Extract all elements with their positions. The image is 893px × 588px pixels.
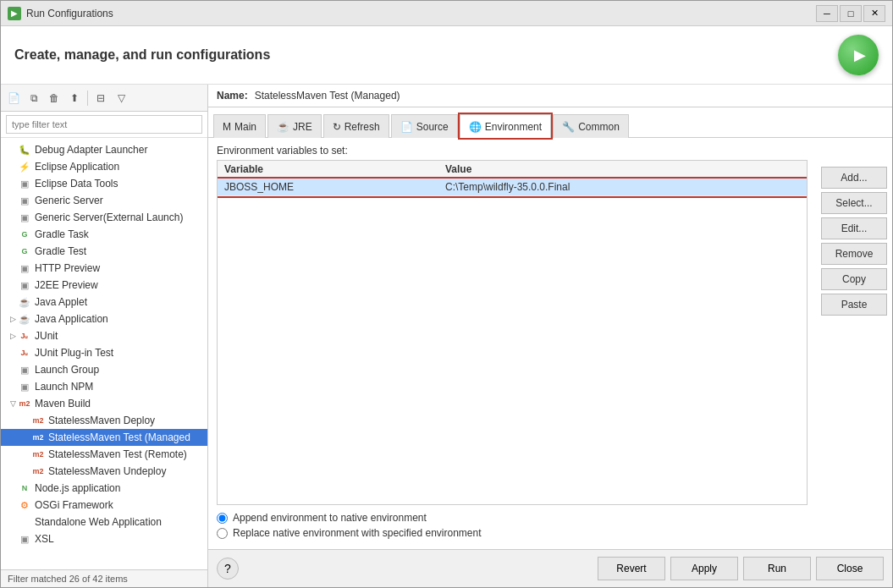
tree-label: Eclipse Application	[35, 161, 119, 173]
close-window-button[interactable]: ✕	[863, 5, 885, 22]
revert-button[interactable]: Revert	[598, 557, 665, 580]
tree-item-java-app[interactable]: ▷ ☕ Java Application	[1, 310, 207, 327]
tree-item-osgi[interactable]: ⚙ OSGi Framework	[1, 497, 207, 514]
tree-item-eclipse-data[interactable]: ▣ Eclipse Data Tools	[1, 175, 207, 192]
tree-item-eclipse-app[interactable]: ⚡ Eclipse Application	[1, 158, 207, 175]
gradle-icon: G	[18, 228, 31, 241]
close-button[interactable]: Close	[816, 557, 884, 580]
tab-source-label: Source	[416, 121, 449, 133]
run-button[interactable]	[838, 35, 879, 75]
tab-main[interactable]: M Main	[213, 114, 266, 138]
duplicate-button[interactable]: ⧉	[25, 89, 43, 107]
tab-refresh-label: Refresh	[345, 121, 380, 133]
tree-label: Eclipse Data Tools	[35, 178, 119, 190]
tree-item-stateless-deploy[interactable]: m2 StatelessMaven Deploy	[1, 412, 207, 429]
tree-item-junit[interactable]: ▷ Jᵤ JUnit	[1, 327, 207, 344]
filter-input-wrap	[1, 112, 207, 138]
name-label: Name:	[217, 90, 248, 102]
remove-button[interactable]: Remove	[821, 243, 887, 265]
tree-item-stateless-undeploy[interactable]: m2 StatelessMaven Undeploy	[1, 463, 207, 480]
launch-npm-icon: ▣	[18, 380, 31, 393]
tree-item-gradle-task[interactable]: G Gradle Task	[1, 226, 207, 243]
tree-item-java-applet[interactable]: ☕ Java Applet	[1, 294, 207, 310]
filter-button[interactable]: ▽	[112, 89, 130, 107]
tree-item-nodejs[interactable]: N Node.js application	[1, 480, 207, 497]
tree-item-stateless-test-remote[interactable]: m2 StatelessMaven Test (Remote)	[1, 446, 207, 463]
tree-item-launch-group[interactable]: ▣ Launch Group	[1, 361, 207, 378]
paste-button[interactable]: Paste	[821, 294, 887, 316]
jre-tab-icon: ☕	[277, 121, 289, 133]
env-header: Environment variables to set:	[208, 138, 892, 160]
tree-item-xsl[interactable]: ▣ XSL	[1, 530, 207, 547]
run-action-button[interactable]: Run	[743, 557, 811, 580]
tab-environment-label: Environment	[485, 121, 542, 133]
radio-append[interactable]: Append environment to native environment	[217, 512, 808, 524]
osgi-icon: ⚙	[18, 498, 31, 512]
tree-label: Generic Server	[35, 195, 103, 206]
env-row[interactable]: JBOSS_HOME C:\Temp\wildfly-35.0.0.Final	[218, 179, 807, 196]
xsl-icon: ▣	[18, 532, 31, 546]
tree-item-stateless-test-managed[interactable]: m2 StatelessMaven Test (Managed	[1, 429, 207, 446]
apply-button[interactable]: Apply	[670, 557, 738, 580]
source-tab-icon: 📄	[400, 121, 413, 133]
tree-label: Launch NPM	[35, 381, 93, 393]
tree-item-junit-plugin[interactable]: Jᵤ JUnit Plug-in Test	[1, 344, 207, 361]
tree-label: JUnit Plug-in Test	[35, 347, 113, 359]
tree-item-gradle-test[interactable]: G Gradle Test	[1, 243, 207, 260]
tree-item-debug-adapter[interactable]: 🐛 Debug Adapter Launcher	[1, 141, 207, 158]
expander	[8, 534, 18, 544]
expander	[8, 246, 18, 256]
expander: ▷	[8, 314, 18, 324]
tree-item-j2ee[interactable]: ▣ J2EE Preview	[1, 277, 207, 294]
expander	[21, 449, 31, 459]
delete-button[interactable]: 🗑	[45, 89, 63, 107]
tree-label: StatelessMaven Test (Managed	[48, 431, 190, 443]
tree-label: StatelessMaven Deploy	[48, 415, 155, 426]
tree-item-maven-build[interactable]: ▽ m2 Maven Build	[1, 395, 207, 412]
add-button[interactable]: Add...	[821, 167, 887, 189]
help-button[interactable]: ?	[217, 558, 239, 580]
tree-item-generic-server[interactable]: ▣ Generic Server	[1, 192, 207, 209]
tab-refresh[interactable]: ↻ Refresh	[323, 114, 389, 138]
tab-jre[interactable]: ☕ JRE	[267, 114, 322, 138]
edit-button[interactable]: Edit...	[821, 217, 887, 239]
copy-button[interactable]: Copy	[821, 268, 887, 290]
tree-item-http-preview[interactable]: ▣ HTTP Preview	[1, 260, 207, 277]
radio-replace[interactable]: Replace native environment with specifie…	[217, 527, 808, 539]
header-title: Create, manage, and run configurations	[14, 47, 270, 63]
filter-input[interactable]	[6, 115, 202, 134]
main-content: 📄 ⧉ 🗑 ⬆ ⊟ ▽ 🐛 Debug Adapter Launcher	[1, 85, 892, 587]
collapse-button[interactable]: ⊟	[91, 89, 110, 107]
tree-item-launch-npm[interactable]: ▣ Launch NPM	[1, 378, 207, 395]
minimize-button[interactable]: ─	[816, 5, 838, 22]
tab-common[interactable]: 🔧 Common	[553, 114, 629, 138]
tree-item-standalone-web[interactable]: Standalone Web Application	[1, 514, 207, 530]
tree-label: Maven Build	[35, 398, 91, 409]
tab-environment[interactable]: 🌐 Environment	[460, 114, 551, 138]
expander	[8, 145, 18, 155]
expander	[8, 348, 18, 358]
select-button[interactable]: Select...	[821, 192, 887, 214]
maximize-button[interactable]: □	[840, 5, 862, 22]
tab-source[interactable]: 📄 Source	[391, 114, 458, 138]
maven-icon: m2	[18, 397, 31, 410]
export-button[interactable]: ⬆	[65, 89, 84, 107]
radio-append-input[interactable]	[217, 513, 228, 524]
expander	[21, 466, 31, 476]
new-config-button[interactable]: 📄	[4, 89, 23, 107]
window-title: Run Configurations	[26, 8, 816, 19]
radio-replace-input[interactable]	[217, 528, 228, 539]
tree-label: XSL	[35, 533, 54, 545]
tree-label: J2EE Preview	[35, 279, 98, 291]
radio-replace-label: Replace native environment with specifie…	[233, 527, 482, 539]
maven-icon: m2	[31, 464, 45, 478]
tree-item-generic-server-ext[interactable]: ▣ Generic Server(External Launch)	[1, 209, 207, 226]
window-controls: ─ □ ✕	[816, 5, 885, 22]
bottom-bar: ? Revert Apply Run Close	[208, 549, 892, 587]
tab-common-label: Common	[578, 121, 620, 133]
java-icon: ☕	[18, 312, 31, 326]
env-main: Variable Value JBOSS_HOME C:\Temp\wildfl…	[208, 160, 816, 549]
header-area: Create, manage, and run configurations	[1, 26, 892, 85]
expander	[8, 280, 18, 290]
expander	[8, 517, 18, 527]
